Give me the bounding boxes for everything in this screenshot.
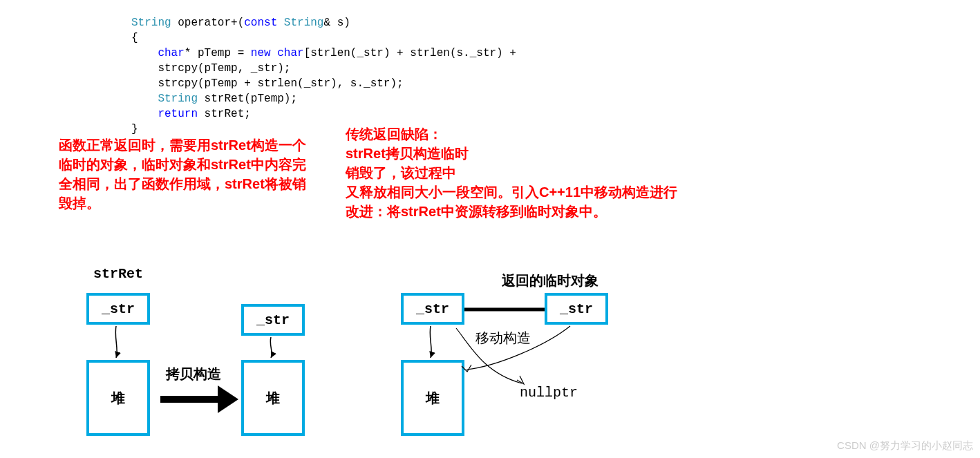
svg-marker-1 — [218, 385, 238, 413]
code-block: String operator+(const String& s) { char… — [131, 0, 516, 137]
box-str-left2: _str — [241, 304, 305, 336]
box-str-right: _str — [401, 293, 464, 325]
label-move-construct: 移动构造 — [475, 329, 531, 347]
annotation-left: 函数正常返回时，需要用strRet构造一个临时的对象，临时对象和strRet中内… — [59, 135, 314, 213]
label-strret: strRet — [93, 266, 143, 282]
code-token: String — [131, 17, 171, 29]
box-heap-left: 堆 — [86, 360, 150, 436]
box-heap-left2: 堆 — [241, 360, 305, 436]
label-nullptr: nullptr — [520, 385, 578, 401]
label-return-temp: 返回的临时对象 — [502, 271, 599, 290]
annotation-right: 传统返回缺陷： strRet拷贝构造临时 销毁了，该过程中 又释放相同大小一段空… — [346, 124, 691, 221]
box-heap-right: 堆 — [401, 360, 464, 436]
label-copy-construct: 拷贝构造 — [166, 365, 221, 383]
box-str-right2: _str — [545, 293, 608, 325]
box-str-left: _str — [86, 293, 150, 325]
watermark: CSDN @努力学习的小赵同志 — [837, 439, 973, 452]
big-arrow-icon — [160, 385, 238, 413]
